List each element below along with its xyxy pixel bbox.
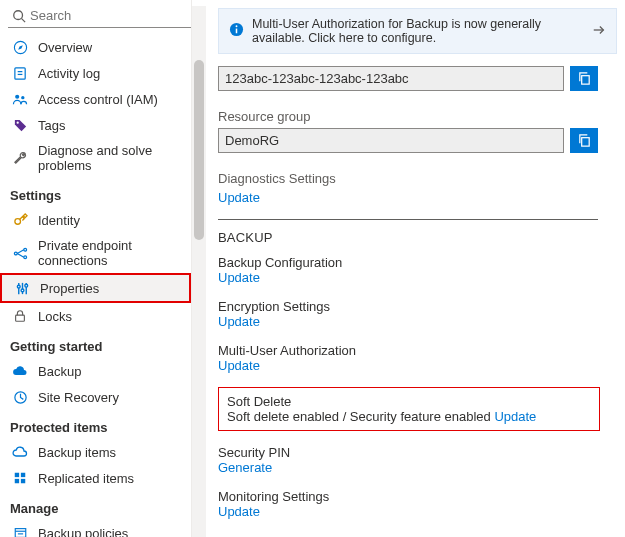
soft-delete-highlight: Soft Delete Soft delete enabled / Securi… — [218, 387, 600, 431]
sidebar-item-tags[interactable]: Tags — [0, 112, 191, 138]
key-icon — [12, 212, 28, 228]
security-pin-label: Security PIN — [218, 445, 617, 460]
svg-point-17 — [17, 285, 20, 288]
section-getting-started: Getting started — [0, 329, 191, 358]
sidebar-item-backup-policies[interactable]: Backup policies — [0, 520, 191, 537]
svg-rect-27 — [21, 479, 25, 483]
svg-rect-40 — [581, 138, 589, 146]
section-settings: Settings — [0, 178, 191, 207]
cloud-backup-icon — [12, 363, 28, 379]
svg-rect-25 — [21, 473, 25, 477]
policies-icon — [12, 525, 28, 537]
sidebar-item-site-recovery[interactable]: Site Recovery — [0, 384, 191, 410]
sidebar-item-private-endpoint[interactable]: Private endpoint connections — [0, 233, 191, 273]
main-panel: Multi-User Authorization for Backup is n… — [192, 0, 625, 537]
sidebar-item-properties[interactable]: Properties — [0, 273, 191, 303]
sidebar-item-replicated-items[interactable]: Replicated items — [0, 465, 191, 491]
diagnostics-label: Diagnostics Settings — [218, 171, 617, 186]
monitoring-label: Monitoring Settings — [218, 489, 617, 504]
activity-log-icon — [12, 65, 28, 81]
copy-subscription-button[interactable] — [570, 66, 598, 91]
people-icon — [12, 91, 28, 107]
section-manage: Manage — [0, 491, 191, 520]
encryption-update-link[interactable]: Update — [218, 314, 260, 329]
tag-icon — [12, 117, 28, 133]
copy-icon — [577, 71, 592, 86]
mua-update-link[interactable]: Update — [218, 358, 260, 373]
sidebar-item-access-control[interactable]: Access control (IAM) — [0, 86, 191, 112]
soft-delete-status: Soft delete enabled / Security feature e… — [227, 409, 491, 424]
resource-group-field: DemoRG — [218, 128, 564, 153]
nav-label: Backup policies — [38, 526, 128, 538]
nav-label: Identity — [38, 213, 80, 228]
encryption-label: Encryption Settings — [218, 299, 617, 314]
search-input[interactable] — [26, 6, 192, 25]
svg-point-8 — [21, 95, 24, 98]
info-icon — [229, 22, 244, 40]
compass-icon — [12, 39, 28, 55]
svg-rect-26 — [15, 479, 19, 483]
sidebar-item-identity[interactable]: Identity — [0, 207, 191, 233]
mua-label: Multi-User Authorization — [218, 343, 617, 358]
backup-config-update-link[interactable]: Update — [218, 270, 260, 285]
svg-point-9 — [16, 121, 18, 123]
svg-marker-3 — [18, 45, 23, 50]
sidebar-item-overview[interactable]: Overview — [0, 34, 191, 60]
security-pin-generate-link[interactable]: Generate — [218, 460, 272, 475]
scrollbar[interactable] — [192, 6, 206, 537]
svg-point-7 — [15, 94, 19, 98]
nav-label: Private endpoint connections — [38, 238, 183, 268]
cloud-items-icon — [12, 444, 28, 460]
grid-icon — [12, 470, 28, 486]
banner-text: Multi-User Authorization for Backup is n… — [252, 17, 584, 45]
nav-label: Locks — [38, 309, 72, 324]
nav-label: Backup — [38, 364, 81, 379]
arrow-right-icon — [592, 23, 606, 40]
svg-point-21 — [24, 284, 27, 287]
sidebar-item-backup-items[interactable]: Backup items — [0, 439, 191, 465]
search-icon — [12, 9, 26, 23]
subscription-id-field: 123abc-123abc-123abc-123abc — [218, 66, 564, 91]
svg-line-14 — [17, 249, 24, 253]
sidebar-item-locks[interactable]: Locks — [0, 303, 191, 329]
section-protected: Protected items — [0, 410, 191, 439]
svg-line-1 — [22, 18, 26, 22]
scroll-thumb[interactable] — [194, 60, 204, 240]
lock-icon — [12, 308, 28, 324]
resource-group-label: Resource group — [218, 109, 617, 124]
svg-rect-39 — [581, 76, 589, 84]
svg-point-11 — [14, 252, 17, 255]
copy-resource-group-button[interactable] — [570, 128, 598, 153]
svg-point-13 — [23, 255, 26, 258]
nav-label: Site Recovery — [38, 390, 119, 405]
nav-label: Tags — [38, 118, 65, 133]
nav-label: Backup items — [38, 445, 116, 460]
site-recovery-icon — [12, 389, 28, 405]
soft-delete-label: Soft Delete — [227, 394, 591, 409]
diagnostics-update-link[interactable]: Update — [218, 190, 260, 205]
backup-config-label: Backup Configuration — [218, 255, 617, 270]
copy-icon — [577, 133, 592, 148]
nav-label: Properties — [40, 281, 99, 296]
nav-label: Overview — [38, 40, 92, 55]
sidebar-item-backup[interactable]: Backup — [0, 358, 191, 384]
wrench-icon — [12, 150, 28, 166]
backup-section-title: BACKUP — [218, 230, 617, 245]
announcement-banner[interactable]: Multi-User Authorization for Backup is n… — [218, 8, 617, 54]
svg-line-15 — [17, 253, 24, 257]
nav-label: Replicated items — [38, 471, 134, 486]
soft-delete-update-link[interactable]: Update — [494, 409, 536, 424]
sidebar-item-activity-log[interactable]: Activity log — [0, 60, 191, 86]
network-icon — [12, 245, 28, 261]
nav-label: Diagnose and solve problems — [38, 143, 183, 173]
svg-rect-22 — [16, 315, 25, 321]
monitoring-update-link[interactable]: Update — [218, 504, 260, 519]
search-box[interactable] — [8, 4, 192, 28]
properties-icon — [14, 280, 30, 296]
svg-point-19 — [21, 288, 24, 291]
svg-rect-4 — [14, 67, 24, 78]
nav-label: Access control (IAM) — [38, 92, 158, 107]
divider — [218, 219, 598, 220]
sidebar-item-diagnose[interactable]: Diagnose and solve problems — [0, 138, 191, 178]
svg-point-12 — [23, 248, 26, 251]
